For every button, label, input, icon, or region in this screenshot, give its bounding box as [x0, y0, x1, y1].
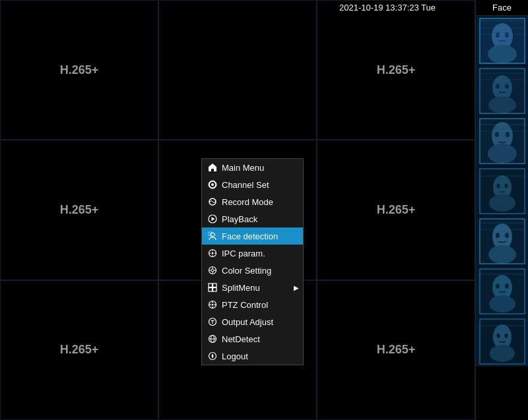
menu-item-output-adjust[interactable]: Output Adjust	[202, 313, 303, 330]
codec-label-3: H.265+	[377, 63, 416, 77]
svg-rect-36	[479, 168, 525, 214]
face-thumbnail-5[interactable]	[476, 216, 528, 266]
face-thumbnail-6[interactable]	[476, 266, 528, 316]
face-thumbnail-3[interactable]	[476, 116, 528, 166]
top-bar: 2021-10-19 13:37:23 Tue	[0, 3, 475, 13]
menu-item-net-detect[interactable]: NetDetect	[202, 330, 303, 347]
menu-item-channel-set[interactable]: Channel Set	[202, 176, 303, 193]
svg-point-71	[211, 233, 214, 237]
context-menu: Main Menu Channel Set Record Mode P	[201, 158, 304, 365]
svg-point-90	[212, 304, 214, 306]
svg-rect-26	[479, 118, 525, 164]
codec-label-6: H.265+	[377, 203, 416, 217]
color-icon	[207, 265, 218, 276]
menu-item-playback[interactable]: PlayBack	[202, 210, 303, 227]
svg-rect-44	[479, 218, 525, 264]
datetime-display: 2021-10-19 13:37:23 Tue	[339, 3, 436, 13]
svg-rect-88	[213, 288, 217, 292]
svg-rect-87	[209, 288, 213, 292]
svg-point-104	[212, 355, 214, 357]
camera-cell-6[interactable]: H.265+	[317, 140, 475, 280]
codec-label-1: H.265+	[60, 63, 99, 77]
camera-icon	[207, 179, 218, 190]
face-thumbnail-1[interactable]	[476, 16, 528, 66]
svg-marker-70	[212, 217, 215, 221]
menu-item-ipc-param[interactable]: IPC param.	[202, 245, 303, 262]
split-icon	[207, 282, 218, 293]
svg-rect-17	[479, 68, 525, 114]
face-detection-icon	[207, 231, 218, 241]
codec-label-4: H.265+	[60, 203, 99, 217]
face-thumbnail-4[interactable]	[476, 166, 528, 216]
face-thumbnail-7[interactable]	[476, 316, 528, 367]
menu-item-logout[interactable]: Logout	[202, 347, 303, 365]
menu-item-main-menu[interactable]: Main Menu	[202, 159, 303, 176]
codec-label-9: H.265+	[377, 343, 416, 357]
face-sidebar: Face	[475, 0, 528, 420]
face-sidebar-header: Face	[476, 0, 528, 16]
menu-item-ptz-control[interactable]: PTZ Control	[202, 296, 303, 313]
split-menu-arrow: ▶	[294, 284, 299, 291]
menu-item-record-mode[interactable]: Record Mode	[202, 193, 303, 210]
camera-cell-1[interactable]: H.265+	[0, 0, 158, 140]
camera-cell-2[interactable]	[158, 0, 317, 140]
camera-cell-7[interactable]: H.265+	[0, 280, 158, 420]
svg-rect-85	[209, 284, 213, 287]
logout-icon	[207, 351, 218, 361]
svg-point-80	[211, 269, 214, 272]
ipc-icon	[207, 248, 218, 258]
svg-point-74	[212, 253, 214, 255]
svg-rect-54	[479, 268, 525, 315]
svg-point-66	[211, 183, 214, 186]
net-icon	[207, 334, 218, 344]
output-icon	[207, 316, 218, 327]
camera-cell-3[interactable]: H.265+	[317, 0, 475, 140]
record-icon	[207, 196, 218, 207]
face-thumbnail-2[interactable]	[476, 66, 528, 116]
svg-rect-6	[479, 18, 525, 64]
codec-label-7: H.265+	[60, 343, 99, 357]
ptz-icon	[207, 299, 218, 310]
svg-rect-86	[213, 284, 217, 287]
menu-item-split-menu[interactable]: SplitMenu ▶	[202, 279, 303, 296]
camera-cell-4[interactable]: H.265+	[0, 140, 158, 280]
menu-item-face-detection[interactable]: Face detection	[202, 227, 303, 245]
home-icon	[207, 162, 218, 173]
svg-rect-62	[479, 318, 525, 365]
camera-cell-9[interactable]: H.265+	[317, 280, 475, 420]
play-icon	[207, 214, 218, 224]
menu-item-color-setting[interactable]: Color Setting	[202, 262, 303, 279]
